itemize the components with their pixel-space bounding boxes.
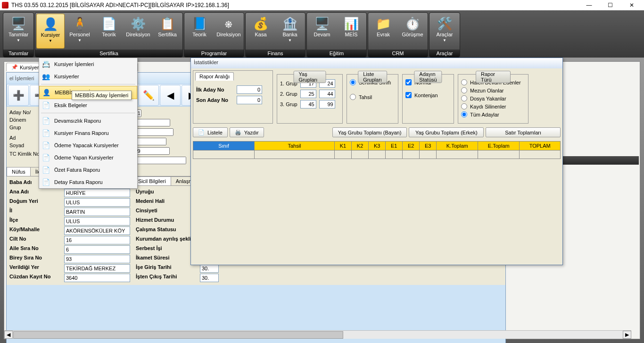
label-giris: İşe Giriş Tarihi bbox=[136, 264, 197, 273]
ribbon-teorik-button[interactable]: 📘Teorik bbox=[185, 14, 214, 49]
rapor-radio[interactable] bbox=[461, 79, 467, 85]
scroll-right-button[interactable]: ▶ bbox=[623, 331, 631, 339]
hesap-field[interactable] bbox=[130, 157, 186, 164]
table-cell bbox=[386, 151, 403, 159]
kursiyer-dropdown: 📇Kursiyer İşlemleri👥Kursiyerler👤MEBBİS A… bbox=[39, 58, 138, 189]
ribbon-group-label: Araçlar bbox=[429, 50, 460, 57]
ribbon-icon: 🏦 bbox=[282, 16, 298, 32]
menu-item[interactable]: 📄Detay Fatura Raporu bbox=[39, 176, 137, 188]
label-hizmet: Hizmet Durumu bbox=[136, 217, 197, 226]
input-ilce[interactable] bbox=[64, 217, 130, 226]
table-header: K2 bbox=[352, 142, 369, 151]
ribbon-icon: 📋 bbox=[159, 16, 175, 32]
menu-item[interactable]: 📇Kursiyer İşlemleri bbox=[39, 58, 137, 70]
ribbon-personel-button[interactable]: 🧍Personel▼ bbox=[66, 14, 94, 49]
rapor-row: Tüm Adaylar bbox=[461, 111, 525, 117]
ribbon-direksiyon-button[interactable]: ⎈Direksiyon bbox=[215, 14, 243, 49]
satir-toplam-button[interactable]: Satır Toplamları bbox=[486, 127, 561, 137]
ribbon-group: 💰Kasa🏦Banka▼Finans bbox=[245, 12, 305, 58]
yas-min[interactable] bbox=[300, 100, 316, 109]
label-il: İl bbox=[9, 208, 61, 216]
yas-min[interactable] bbox=[300, 90, 316, 98]
ribbon-araçlar-button[interactable]: 🛠️Araçlar▼ bbox=[430, 14, 459, 49]
input-birey[interactable] bbox=[64, 255, 130, 263]
subtab[interactable]: Sicil Bilgileri bbox=[133, 176, 171, 185]
check-kontenjan[interactable] bbox=[405, 92, 412, 98]
rapor-row: Dosya Yakanlar bbox=[461, 95, 525, 101]
ribbon-direksiyon-button[interactable]: ⚙️Direksiyon bbox=[124, 14, 152, 49]
ribbon-kursiyer-button[interactable]: 👤Kursiyer▼ bbox=[36, 14, 65, 49]
yas-max[interactable] bbox=[319, 100, 335, 109]
ribbon-sertifika-button[interactable]: 📋Sertifika bbox=[153, 14, 182, 49]
input-koy[interactable] bbox=[64, 226, 130, 235]
menu-item[interactable]: 👥Kursiyerler bbox=[39, 70, 137, 83]
printer-icon: 🖨️ bbox=[235, 129, 241, 135]
rapor-araligi-tab[interactable]: Rapor Aralığı bbox=[195, 72, 234, 81]
input-verildigi[interactable] bbox=[64, 264, 130, 273]
label-tc: TC Kimlik No bbox=[9, 151, 40, 157]
menu-item[interactable]: 📄Devamsızlık Raporu bbox=[39, 115, 137, 127]
menu-item[interactable]: 📄Ödeme Yapan Kursiyerler bbox=[39, 151, 137, 164]
ribbon-kasa-button[interactable]: 💰Kasa bbox=[247, 14, 275, 49]
input-cuzdan[interactable] bbox=[64, 274, 130, 282]
menu-item[interactable]: 📄Kursiyer Finans Raporu bbox=[39, 127, 137, 139]
table-cell bbox=[437, 151, 478, 159]
ribbon-görüşme-button[interactable]: ⏱️Görüşme bbox=[398, 14, 427, 49]
label-dogum_yeri: Doğum Yeri bbox=[9, 198, 61, 207]
radio-sertifika[interactable] bbox=[350, 79, 356, 85]
menu-item[interactable]: 📄Özet Fatura Raporu bbox=[39, 164, 137, 176]
ribbon-teorik-button[interactable]: 📄Teorik bbox=[95, 14, 123, 49]
tooltip: MEBBİS Aday İşlemleri bbox=[72, 91, 132, 100]
son-aday-input[interactable] bbox=[237, 96, 262, 104]
subtab[interactable]: Nüfus bbox=[7, 167, 31, 176]
radio-tahsil[interactable] bbox=[350, 94, 356, 100]
close-button[interactable]: ✕ bbox=[621, 0, 642, 10]
ribbon-icon: 🧍 bbox=[72, 16, 88, 32]
ilk-aday-input[interactable] bbox=[237, 85, 262, 94]
table-header: E3 bbox=[420, 142, 437, 151]
toolbar-button[interactable]: ➕ bbox=[8, 85, 29, 106]
label-cilt: Cilt No bbox=[9, 236, 61, 244]
toolbar-button[interactable]: ✏️ bbox=[138, 85, 159, 106]
rapor-radio[interactable] bbox=[461, 87, 467, 93]
rapor-radio[interactable] bbox=[461, 103, 467, 109]
menu-item[interactable]: 📄Ödeme Yapacak Kursiyerler bbox=[39, 139, 137, 151]
horizontal-scrollbar[interactable]: ◀ ▶ bbox=[4, 330, 631, 339]
yas-max[interactable] bbox=[319, 90, 335, 98]
input-giris[interactable] bbox=[200, 264, 219, 273]
ribbon-mei̇s-button[interactable]: 📊MEİS bbox=[337, 14, 365, 49]
menu-item[interactable]: 📄Eksik Belgeler bbox=[39, 99, 137, 111]
input-cilt[interactable] bbox=[64, 236, 130, 244]
table-cell bbox=[335, 151, 352, 159]
label-medeni: Medeni Hali bbox=[136, 198, 197, 207]
label-ikamet: İkamet Süresi bbox=[136, 255, 197, 263]
yas-toplam-bayan-button[interactable]: Yaş Grubu Toplamı (Bayan) bbox=[332, 127, 407, 137]
input-aile[interactable] bbox=[64, 245, 130, 254]
ribbon-evrak-button[interactable]: 📁Evrak bbox=[369, 14, 397, 49]
stat-yazdir-button[interactable]: 🖨️Yazdır bbox=[230, 127, 264, 137]
scroll-thumb[interactable] bbox=[13, 331, 343, 339]
chevron-down-icon: ▼ bbox=[49, 39, 52, 43]
rapor-radio[interactable] bbox=[461, 111, 467, 117]
input-dogum_yeri[interactable] bbox=[64, 198, 130, 207]
rapor-radio[interactable] bbox=[461, 95, 467, 101]
input-il[interactable] bbox=[64, 208, 130, 216]
scroll-left-button[interactable]: ◀ bbox=[4, 331, 13, 339]
check-normal[interactable] bbox=[405, 79, 412, 85]
toolbar-button[interactable]: ◀ bbox=[160, 85, 181, 106]
minimize-button[interactable]: — bbox=[578, 0, 600, 10]
menu-icon: 👥 bbox=[41, 72, 50, 81]
input-cikis[interactable] bbox=[200, 274, 219, 282]
label-koy: Köy/Mahalle bbox=[9, 226, 61, 235]
listele-button[interactable]: 📄Listele bbox=[193, 127, 228, 137]
maximize-button[interactable]: ☐ bbox=[600, 0, 621, 10]
toolbar-icon: ✏️ bbox=[143, 90, 155, 101]
input-ana_adi[interactable] bbox=[64, 189, 130, 197]
ribbon-banka-button[interactable]: 🏦Banka▼ bbox=[276, 14, 304, 49]
yas-toplam-erkek-button[interactable]: Yaş Grubu Toplamı (Erkek) bbox=[409, 127, 484, 137]
ribbon-group-label: Eğitim bbox=[307, 50, 366, 57]
ribbon-tanımlar-button[interactable]: 🖥️Tanımlar▼ bbox=[4, 14, 33, 49]
ribbon-devam-button[interactable]: 🖥️Devam bbox=[308, 14, 336, 49]
label-ayrilish: Kurumdan ayrılış şekli bbox=[136, 236, 197, 244]
son-aday-label: Son Aday No bbox=[196, 97, 234, 103]
